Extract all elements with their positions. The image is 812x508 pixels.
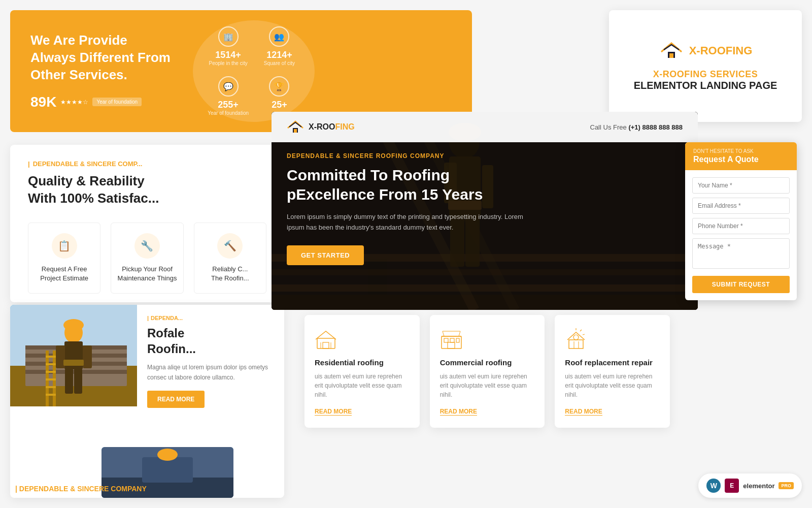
feature-icon-2: 🔨 — [217, 233, 243, 259]
svg-rect-38 — [46, 356, 56, 358]
call-label: Call Us Free — [590, 123, 627, 131]
svg-rect-32 — [65, 368, 73, 394]
bottom-title: RofaleRoofin... — [147, 325, 274, 357]
submit-button[interactable]: SUBMIT REQUEST — [692, 276, 790, 293]
service-name-0: Residential roofing — [315, 358, 410, 367]
stat-item-0: 🏢 1514+ People in the city — [208, 26, 249, 66]
middle-section-tag: DEPENDABLE & SINCERE COMP... — [28, 160, 266, 168]
service-link-2[interactable]: READ MORE — [565, 408, 602, 416]
bottom-read-more-button[interactable]: READ MORE — [147, 391, 205, 408]
elementor-pro-badge: PRO — [779, 482, 794, 489]
phone-number: (+1) 8888 888 888 — [628, 123, 683, 131]
feature-icon-1: 🔧 — [134, 233, 160, 259]
bottom-worker-svg — [10, 305, 137, 406]
back-card-stat: 89K ★★★★☆ Year of foundation — [30, 94, 173, 110]
quote-form-header: DON'T HESITATE TO ASK Request A Quote — [685, 142, 797, 170]
hero-nav-contact: Call Us Free (+1) 8888 888 888 — [590, 123, 683, 131]
brand-logo: X-ROOFING — [659, 41, 753, 61]
nav-brand-accent: FING — [335, 122, 354, 131]
bottom-text: DEPENDA... RofaleRoofin... Magna aliqe u… — [147, 315, 274, 408]
hero-nav-logo: X-ROOFING — [287, 120, 355, 134]
form-title: Request A Quote — [693, 155, 789, 164]
quote-form-body: SUBMIT REQUEST — [685, 170, 797, 300]
service-card-1: Commercial roofing uis autem vel eum iur… — [430, 315, 545, 428]
svg-point-58 — [573, 335, 579, 340]
stat-label-1: Square of city — [259, 60, 300, 66]
back-card-center: 🏢 1514+ People in the city 👥 1214+ Squar… — [173, 26, 335, 116]
brand-name-main: X-ROO — [689, 44, 726, 57]
stat-item-3: 🏆 25+ — [259, 76, 300, 116]
brand-subtitle-1: X-ROOFING SERVICES — [653, 69, 758, 80]
svg-rect-51 — [456, 338, 459, 342]
brand-card: X-ROOFING X-ROOFING SERVICES ELEMENTOR L… — [609, 10, 802, 122]
service-link-0[interactable]: READ MORE — [315, 408, 352, 416]
roof-replacement-icon — [565, 327, 588, 350]
name-input[interactable] — [692, 177, 790, 194]
stat-value-2: 255+ — [208, 100, 249, 110]
elementor-letter: E — [730, 482, 734, 489]
svg-rect-57 — [569, 340, 583, 348]
feature-item-1: 🔧 Pickup Your RoofMaintenance Things — [111, 223, 183, 294]
hero-section: X-ROOFING Call Us Free (+1) 8888 888 888… — [272, 112, 698, 310]
svg-rect-64 — [142, 457, 193, 483]
svg-rect-35 — [63, 360, 84, 366]
svg-rect-33 — [74, 368, 82, 394]
stats-grid: 🏢 1514+ People in the city 👥 1214+ Squar… — [208, 26, 300, 116]
brand-name: X-ROOFING — [689, 44, 753, 57]
svg-rect-44 — [317, 338, 335, 348]
feature-icon-0: 📋 — [52, 233, 77, 259]
phone-input[interactable] — [692, 218, 790, 234]
svg-rect-45 — [323, 342, 329, 348]
stat-icon-1: 👥 — [269, 26, 289, 47]
service-desc-1: uis autem vel eum iure reprehen erit qui… — [440, 372, 535, 399]
email-input[interactable] — [692, 198, 790, 214]
stat-value-1: 1214+ — [259, 50, 300, 60]
hero-desc: Lorem ipsum is simply dummy text of the … — [287, 212, 530, 233]
service-desc-2: uis autem vel eum iure reprehen erit qui… — [565, 372, 660, 399]
stat-icon-3: 🏆 — [269, 76, 289, 97]
elementor-icon: E — [725, 479, 739, 493]
middle-section-title: Quality & ReabilityWith 100% Satisfac... — [28, 173, 266, 207]
hero-content: DEPENDABLE & SINCERE ROOFING COMPANY Com… — [287, 152, 530, 265]
feature-label-1: Pickup Your RoofMaintenance Things — [116, 265, 178, 283]
bottom-image — [10, 305, 137, 406]
svg-rect-31 — [83, 345, 92, 368]
hero-nav: X-ROOFING Call Us Free (+1) 8888 888 888 — [272, 112, 698, 142]
feature-label-0: Request A Free Project Estimate — [33, 265, 95, 283]
stat-stars: ★★★★☆ — [60, 99, 88, 106]
roof-logo-icon — [659, 41, 684, 61]
features-row: 📋 Request A Free Project Estimate 🔧 Pick… — [28, 223, 266, 294]
svg-rect-19 — [294, 129, 297, 133]
svg-rect-39 — [46, 363, 56, 365]
svg-line-55 — [459, 331, 460, 336]
wp-letter: W — [710, 482, 717, 490]
svg-rect-52 — [448, 342, 455, 348]
services-section: Residential roofing uis autem vel eum iu… — [304, 315, 670, 428]
brand-subtitle-2: ELEMENTOR LANDING PAGE — [634, 80, 777, 91]
svg-point-65 — [157, 449, 178, 461]
dont-hesitate-label: DON'T HESITATE TO ASK — [693, 148, 789, 154]
get-started-button[interactable]: GET STARTED — [287, 245, 364, 265]
feature-label-2: Reliably C...The Roofin... — [199, 265, 261, 283]
svg-point-34 — [63, 319, 84, 331]
stat-icon-0: 🏢 — [218, 26, 239, 47]
service-card-2: Roof replacement repair uis autem vel eu… — [555, 315, 670, 428]
elementor-badge: W E elementor PRO — [698, 473, 802, 498]
svg-rect-40 — [46, 371, 56, 373]
feature-item-0: 📋 Request A Free Project Estimate — [28, 223, 100, 294]
service-card-0: Residential roofing uis autem vel eum iu… — [304, 315, 420, 428]
message-textarea[interactable] — [692, 238, 790, 269]
svg-rect-50 — [450, 338, 454, 342]
elementor-text: elementor — [743, 482, 774, 490]
stat-label: Year of foundation — [92, 98, 142, 106]
wordpress-icon: W — [706, 479, 721, 493]
svg-rect-49 — [444, 338, 448, 342]
hero-title: Committed To Roofing pExcellence From 15… — [287, 166, 530, 204]
stat-number: 89K — [30, 94, 56, 110]
residential-roofing-icon — [315, 327, 337, 350]
brand-name-accent: FING — [726, 44, 753, 57]
service-link-1[interactable]: READ MORE — [440, 408, 477, 416]
service-name-1: Commercial roofing — [440, 358, 535, 367]
bottom-company-tag: DEPENDABLE & SINCERE COMPANY — [15, 485, 147, 493]
nav-brand-text: X-ROOFING — [309, 122, 355, 132]
